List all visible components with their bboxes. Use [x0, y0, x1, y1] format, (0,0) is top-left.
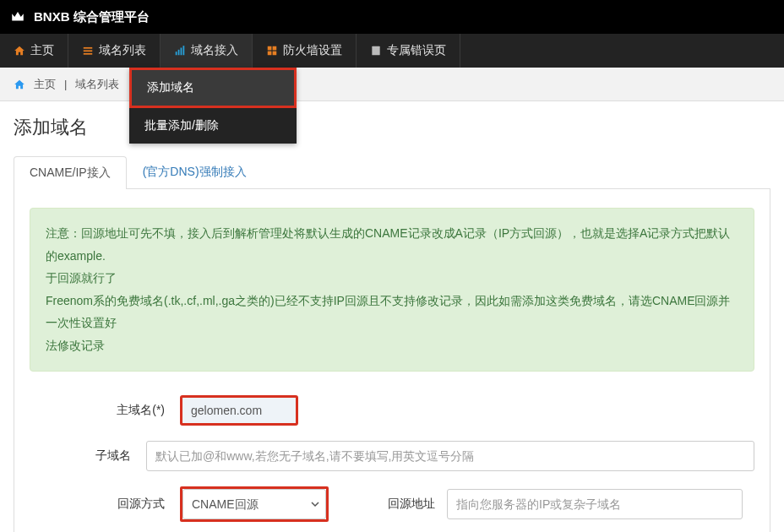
- svg-rect-11: [372, 46, 379, 56]
- row-main-domain: 主域名(*): [30, 395, 754, 426]
- input-sub-domain[interactable]: [146, 441, 754, 471]
- tab-content: 注意：回源地址可先不填，接入后到解析管理处将默认生成的CNAME记录改成A记录（…: [14, 189, 770, 532]
- notice-alert: 注意：回源地址可先不填，接入后到解析管理处将默认生成的CNAME记录改成A记录（…: [30, 208, 754, 372]
- svg-rect-6: [183, 46, 185, 55]
- row-origin: 回源方式 CNAME回源 回源地址: [30, 486, 754, 522]
- page: 添加域名 CNAME/IP接入 (官方DNS)强制接入 注意：回源地址可先不填，…: [0, 101, 784, 532]
- nav-label: 防火墙设置: [283, 43, 342, 58]
- main-nav: 主页 域名列表 域名接入 防火墙设置 专属错误页 添加域名 批量添加/删除: [0, 34, 784, 68]
- alert-line: Freenom系的免费域名(.tk,.cf,.ml,.ga之类的)已经不支持IP…: [46, 294, 730, 330]
- svg-rect-1: [84, 50, 93, 52]
- select-wrap-origin-type: CNAME回源: [180, 486, 329, 522]
- page-title: 添加域名: [14, 115, 770, 140]
- nav-domain-access[interactable]: 域名接入: [161, 34, 253, 68]
- label-origin-addr: 回源地址: [354, 497, 447, 512]
- alert-line: 于回源就行了: [46, 271, 117, 285]
- nav-home[interactable]: 主页: [0, 34, 68, 68]
- label-origin-type: 回源方式: [30, 497, 180, 512]
- page-icon: [370, 45, 382, 57]
- nav-dropdown: 添加域名 批量添加/删除: [129, 68, 297, 144]
- svg-rect-7: [268, 46, 272, 51]
- svg-rect-10: [273, 52, 277, 56]
- input-origin-addr[interactable]: [447, 489, 743, 519]
- row-sub-domain: 子域名: [30, 441, 754, 471]
- breadcrumb-home-icon: [14, 79, 25, 90]
- nav-label: 域名接入: [191, 43, 238, 58]
- breadcrumb: 主页 | 域名列表: [0, 68, 784, 101]
- alert-line: 法修改记录: [46, 339, 105, 352]
- alert-line: 注意：回源地址可先不填，接入后到解析管理处将默认生成的CNAME记录改成A记录（…: [46, 226, 730, 263]
- input-main-domain[interactable]: [180, 395, 298, 426]
- dropdown-batch[interactable]: 批量添加/删除: [129, 108, 297, 144]
- nav-label: 主页: [30, 43, 54, 58]
- breadcrumb-current[interactable]: 域名列表: [75, 77, 119, 92]
- app-title: BNXB 综合管理平台: [34, 9, 150, 25]
- grid-icon: [266, 45, 278, 57]
- svg-rect-2: [84, 53, 93, 55]
- tab-dns-force[interactable]: (官方DNS)强制接入: [127, 155, 263, 188]
- list-icon: [82, 45, 94, 57]
- breadcrumb-sep: |: [64, 78, 67, 90]
- nav-domain-list[interactable]: 域名列表: [68, 34, 161, 68]
- svg-rect-8: [273, 46, 277, 51]
- nav-label: 域名列表: [99, 43, 146, 58]
- tab-cname-ip[interactable]: CNAME/IP接入: [14, 156, 127, 189]
- select-origin-type[interactable]: CNAME回源: [182, 489, 326, 519]
- crown-icon: [10, 9, 25, 24]
- svg-rect-4: [178, 50, 180, 55]
- tabbar: CNAME/IP接入 (官方DNS)强制接入: [14, 155, 770, 189]
- svg-rect-0: [84, 47, 93, 49]
- nav-firewall[interactable]: 防火墙设置: [253, 34, 357, 68]
- nav-label: 专属错误页: [387, 43, 446, 58]
- svg-rect-9: [268, 52, 272, 56]
- svg-rect-5: [181, 48, 182, 56]
- label-main-domain: 主域名(*): [30, 403, 180, 418]
- svg-rect-3: [176, 52, 177, 55]
- bars-icon: [174, 45, 186, 57]
- home-icon: [14, 45, 25, 57]
- label-sub-domain: 子域名: [30, 448, 146, 464]
- dropdown-add-domain[interactable]: 添加域名: [129, 68, 297, 108]
- topbar: BNXB 综合管理平台: [0, 0, 784, 34]
- breadcrumb-home[interactable]: 主页: [34, 77, 56, 92]
- nav-error-page[interactable]: 专属错误页: [357, 34, 460, 68]
